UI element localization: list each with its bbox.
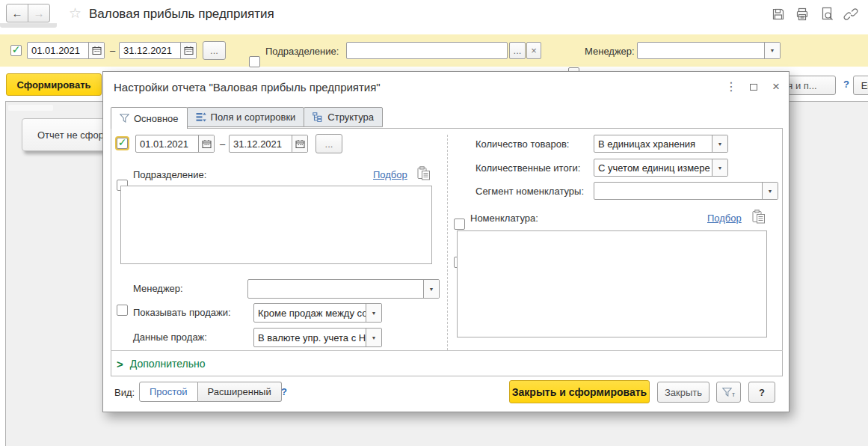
manager-filter-value [638,43,764,58]
dialog-tabs: Основное Поля и сортировки [111,107,382,129]
link-icon[interactable] [843,6,859,22]
dialog-period-more-button[interactable]: ... [316,134,342,153]
qty-totals-label: Количественные итоги: [475,162,580,174]
sales-data-combo[interactable]: В валюте упр. учета с НД ▼ [253,328,382,347]
tab-main[interactable]: Основное [111,107,188,129]
more-button[interactable]: Ещё [853,76,868,95]
tab-fields-sorting[interactable]: Поля и сортировки [187,107,305,127]
save-icon[interactable] [770,6,787,22]
dropdown-icon[interactable]: ▼ [366,304,381,322]
page-title: Валовая прибыль предприятия [89,7,274,22]
segment-checkbox[interactable] [454,219,465,230]
paste-clipboard-icon[interactable] [417,166,431,183]
dialog-manager-value [248,280,423,298]
close-button[interactable]: Закрыть [657,382,710,403]
qty-totals-combo[interactable]: С учетом единиц измере ▼ [594,159,728,177]
dropdown-icon[interactable]: ▼ [712,135,727,152]
dialog-department-label: Подразделение: [133,169,206,180]
forward-icon: → [34,7,45,19]
tab-fields-label: Поля и сортировки [211,112,296,123]
date-to-value: 31.12.2021 [120,43,180,58]
period-filter-checkbox[interactable]: ✓ [10,45,22,56]
dropdown-icon[interactable]: ▼ [764,43,780,58]
check-icon: ✓ [118,137,127,147]
dialog-title: Настройки отчета "Валовая прибыль предпр… [114,81,381,94]
report-settings-dialog: Настройки отчета "Валовая прибыль предпр… [102,71,789,412]
calendar-icon[interactable] [88,43,104,58]
department-more-button[interactable]: ... [509,42,526,59]
favorite-star-icon[interactable]: ☆ [69,4,81,22]
column-splitter[interactable] [447,135,448,350]
department-list[interactable] [120,186,432,264]
show-sales-combo[interactable]: Кроме продаж между со ▼ [253,303,382,323]
sales-data-label: Данные продаж: [133,332,207,343]
dialog-date-to-field[interactable]: 31.12.2021 [229,135,308,153]
structure-icon [313,112,323,122]
tab-main-label: Основное [134,113,179,124]
show-sales-label: Показывать продажи: [133,307,231,318]
filter-panel: ✓ 01.01.2021 – 31.12.2021 [0,34,868,67]
print-icon[interactable] [794,6,810,22]
manager-filter-label: Менеджер: [585,46,635,57]
kebab-menu-icon[interactable]: ⋮ [724,79,739,94]
tab-structure[interactable]: Структура [304,107,383,127]
view-extended-button[interactable]: Расширенный [198,382,282,402]
period-more-button[interactable]: ... [203,41,226,60]
forward-button[interactable]: → [28,4,50,22]
segment-combo[interactable]: ▼ [594,182,778,200]
dialog-date-from-field[interactable]: 01.01.2021 [135,135,215,153]
dialog-date-from-value: 01.01.2021 [136,135,198,152]
filter-settings-button[interactable]: т [716,382,741,403]
period-dash: – [110,45,115,56]
view-label: Вид: [114,387,135,398]
funnel-icon [120,114,129,123]
goods-qty-value: В единицах хранения [594,135,712,152]
dialog-manager-combo[interactable]: ▼ [247,279,440,299]
nomenclature-pick-link[interactable]: Подбор [707,213,742,224]
manager-filter-combo[interactable]: ▼ [637,42,781,59]
date-from-value: 01.01.2021 [28,43,88,58]
back-icon: ← [12,7,23,19]
app-window: ← → ☆ Валовая прибыль предприятия [0,0,868,446]
generate-button[interactable]: Сформировать [6,73,102,96]
funnel-icon [722,388,732,397]
dialog-period-dash: – [220,138,225,150]
dropdown-icon[interactable]: ▼ [762,183,778,199]
date-from-field[interactable]: 01.01.2021 [27,42,105,59]
dropdown-icon[interactable]: ▼ [423,280,439,298]
show-sales-value: Кроме продаж между со [254,304,366,322]
check-icon: ✓ [12,44,21,55]
sales-data-value: В валюте упр. учета с НД [254,329,366,346]
department-pick-link[interactable]: Подбор [373,169,407,180]
funnel-t-subscript: т [732,391,735,398]
department-filter-checkbox[interactable] [249,56,260,67]
dropdown-icon[interactable]: ▼ [712,159,727,176]
paste-clipboard-icon[interactable] [752,210,766,226]
close-and-generate-button[interactable]: Закрыть и сформировать [509,380,650,403]
department-filter-input[interactable] [346,42,508,59]
dialog-help-button[interactable]: ? [748,382,775,403]
goods-qty-combo[interactable]: В единицах хранения ▼ [594,135,728,153]
dropdown-icon[interactable]: ▼ [366,329,381,346]
preview-icon[interactable] [819,6,835,22]
calendar-icon[interactable] [198,135,214,152]
back-button[interactable]: ← [6,4,28,22]
department-clear-button[interactable]: × [526,42,541,59]
report-status-text: Отчет не сфор [37,129,104,141]
maximize-icon[interactable] [746,79,761,94]
dialog-period-checkbox[interactable]: ✓ [117,138,128,149]
calendar-icon[interactable] [180,43,196,58]
calendar-icon[interactable] [292,135,307,152]
view-simple-button[interactable]: Простой [139,382,198,402]
dialog-date-to-value: 31.12.2021 [230,135,292,152]
additional-expander[interactable]: > Дополнительно [111,350,783,376]
toolbar-help-link[interactable]: ? [843,79,849,90]
date-to-field[interactable]: 31.12.2021 [119,42,197,59]
view-help-link[interactable]: ? [281,386,287,397]
nav-buttons: ← → [6,4,50,22]
dialog-manager-checkbox[interactable] [117,305,128,316]
nomenclature-list[interactable] [457,230,767,337]
close-icon[interactable]: × [769,79,784,94]
dialog-manager-label: Менеджер: [133,283,183,294]
tab-strip-remnant [0,23,57,28]
